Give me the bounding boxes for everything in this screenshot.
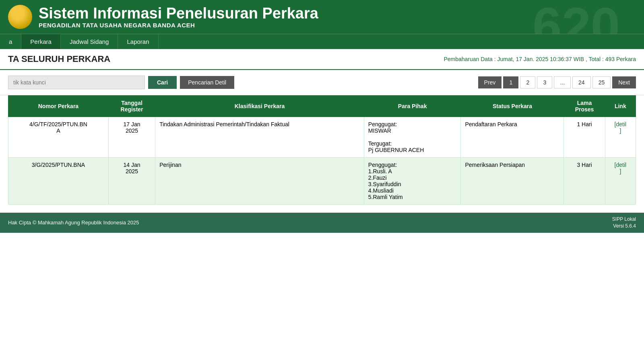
page-ellipsis: ... xyxy=(554,76,571,88)
col-tanggal: TanggalRegister xyxy=(108,96,155,117)
footer: Hak Cipta © Mahkamah Agung Republik Indo… xyxy=(0,213,644,233)
cell-link-2[interactable]: [detil] xyxy=(605,158,636,205)
header-text: Sistem Informasi Penelusuran Perkara PEN… xyxy=(39,5,636,29)
footer-copyright: Hak Cipta © Mahkamah Agung Republik Indo… xyxy=(8,220,139,226)
cell-nomor-2: 3/G/2025/PTUN.BNA xyxy=(8,158,109,205)
col-status: Status Perkara xyxy=(461,96,564,117)
next-button[interactable]: Next xyxy=(612,76,636,88)
col-lama: LamaProses xyxy=(564,96,605,117)
tergugat-label-1: Tergugat: xyxy=(368,140,457,147)
cell-lama-2: 3 Hari xyxy=(564,158,605,205)
nav-item-perkara[interactable]: Perkara xyxy=(21,34,61,49)
nav-bar: a Perkara Jadwal Sidang Laporan xyxy=(0,34,644,49)
cell-lama-1: 1 Hari xyxy=(564,117,605,158)
page-header: TA SELURUH PERKARA Pembaharuan Data : Ju… xyxy=(0,49,644,70)
app-subtitle: PENGADILAN TATA USAHA NEGARA BANDA ACEH xyxy=(39,22,636,29)
table-wrapper: Nomor Perkara TanggalRegister Klasifikas… xyxy=(0,95,644,213)
page-2-button[interactable]: 2 xyxy=(520,76,535,88)
cell-status-1: Pendaftaran Perkara xyxy=(461,117,564,158)
cell-pihak-1: Penggugat: MISWAR Tergugat: Pj GUBERNUR … xyxy=(364,117,461,158)
perkara-table: Nomor Perkara TanggalRegister Klasifikas… xyxy=(8,95,636,205)
col-nomor: Nomor Perkara xyxy=(8,96,109,117)
footer-version-line1: SIPP Lokal xyxy=(612,216,636,222)
penggugat-label-1: Penggugat: xyxy=(368,121,457,127)
cell-tanggal-1: 17 Jan2025 xyxy=(108,117,155,158)
tergugat-value-1: Pj GUBERNUR ACEH xyxy=(368,147,457,153)
page-25-button[interactable]: 25 xyxy=(592,76,611,88)
page-update: Pembaharuan Data : Jumat, 17 Jan. 2025 1… xyxy=(444,56,636,62)
col-link: Link xyxy=(605,96,636,117)
cell-klasifikasi-1: Tindakan Administrasi Pemerintah/Tindaka… xyxy=(155,117,364,158)
col-klasifikasi: Klasifikasi Perkara xyxy=(155,96,364,117)
page-3-button[interactable]: 3 xyxy=(537,76,552,88)
cari-button[interactable]: Cari xyxy=(148,76,177,89)
cell-pihak-2: Penggugat: 1.Rusli. A 2.Fauzi 3.Syarifud… xyxy=(364,158,461,205)
app-title: Sistem Informasi Penelusuran Perkara xyxy=(39,5,636,22)
footer-version: SIPP Lokal Versi 5.6.4 xyxy=(612,216,636,230)
cell-klasifikasi-2: Perijinan xyxy=(155,158,364,205)
table-row: 3/G/2025/PTUN.BNA 14 Jan2025 Perijinan P… xyxy=(8,158,636,205)
table-row: 4/G/TF/2025/PTUN.BNA 17 Jan2025 Tindakan… xyxy=(8,117,636,158)
col-pihak: Para Pihak xyxy=(364,96,461,117)
nav-item-jadwal[interactable]: Jadwal Sidang xyxy=(61,34,118,49)
cell-link-1[interactable]: [detil] xyxy=(605,117,636,158)
pagination: Prev 1 2 3 ... 24 25 Next xyxy=(478,76,636,88)
cell-status-2: Pemeriksaan Persiapan xyxy=(461,158,564,205)
penggugat-list-2: 1.Rusli. A 2.Fauzi 3.Syarifuddin 4.Musli… xyxy=(368,168,457,200)
penggugat-value-1: MISWAR xyxy=(368,127,457,134)
prev-button[interactable]: Prev xyxy=(478,76,502,88)
cell-tanggal-2: 14 Jan2025 xyxy=(108,158,155,205)
page-1-button[interactable]: 1 xyxy=(503,76,518,88)
search-area: Cari Pencarian Detil Prev 1 2 3 ... 24 2… xyxy=(0,70,644,95)
footer-version-line2: Versi 5.6.4 xyxy=(613,223,636,229)
nav-item-home[interactable]: a xyxy=(0,34,21,49)
cell-nomor-1: 4/G/TF/2025/PTUN.BNA xyxy=(8,117,109,158)
pencarian-detil-button[interactable]: Pencarian Detil xyxy=(180,76,234,89)
penggugat-label-2: Penggugat: xyxy=(368,162,457,168)
page-title: TA SELURUH PERKARA xyxy=(8,54,110,64)
nav-item-laporan[interactable]: Laporan xyxy=(118,34,158,49)
page-24-button[interactable]: 24 xyxy=(572,76,591,88)
logo-icon xyxy=(8,5,32,29)
header: Sistem Informasi Penelusuran Perkara PEN… xyxy=(0,0,644,34)
search-input[interactable] xyxy=(8,76,145,89)
